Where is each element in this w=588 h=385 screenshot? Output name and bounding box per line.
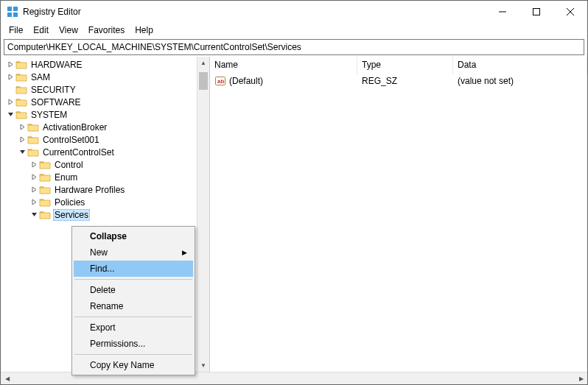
context-separator	[74, 317, 192, 317]
tree-item[interactable]: ActivationBroker	[4, 121, 209, 133]
registry-tree[interactable]: HARDWARESAMSECURITYSOFTWARESYSTEMActivat…	[1, 57, 209, 222]
menu-favorites[interactable]: Favorites	[83, 24, 130, 37]
tree-item[interactable]: SOFTWARE	[4, 96, 209, 108]
tree-item-label: SYSTEM	[29, 110, 69, 120]
context-export[interactable]: Export	[74, 319, 193, 336]
expand-toggle-icon[interactable]	[5, 97, 15, 107]
folder-icon	[15, 110, 27, 120]
folder-icon	[15, 72, 27, 82]
folder-icon	[15, 60, 27, 70]
context-separator	[74, 354, 192, 355]
folder-icon	[27, 147, 39, 158]
tree-item[interactable]: HARDWARE	[4, 58, 209, 71]
content-area: HARDWARESAMSECURITYSOFTWARESYSTEMActivat…	[1, 57, 587, 372]
folder-icon	[27, 135, 39, 145]
values-panel: Name Type Data ab (Default)	[210, 57, 587, 372]
value-row[interactable]: ab (Default) REG_SZ (value not set)	[210, 74, 587, 88]
values-header: Name Type Data	[210, 57, 587, 74]
app-icon	[7, 6, 18, 18]
collapse-toggle-icon[interactable]	[5, 110, 15, 120]
maximize-button[interactable]	[519, 1, 553, 23]
folder-icon	[39, 210, 51, 220]
context-delete[interactable]: Delete	[74, 282, 193, 298]
tree-item[interactable]: SECURITY	[4, 83, 209, 96]
menu-edit[interactable]: Edit	[28, 24, 54, 37]
values-list[interactable]: ab (Default) REG_SZ (value not set)	[210, 74, 587, 372]
context-rename[interactable]: Rename	[74, 298, 193, 314]
value-type: REG_SZ	[357, 76, 453, 86]
tree-item-label: Services	[53, 209, 90, 221]
tree-item[interactable]: SAM	[4, 71, 209, 83]
context-menu: Collapse New ▶ Find... Delete Rename Exp…	[71, 226, 195, 375]
close-button[interactable]	[553, 1, 587, 23]
folder-icon	[27, 122, 39, 133]
collapse-toggle-icon[interactable]	[29, 210, 39, 220]
context-collapse[interactable]: Collapse	[74, 228, 193, 244]
window-controls	[486, 1, 587, 23]
svg-rect-5	[533, 9, 540, 15]
expand-toggle-icon[interactable]	[29, 197, 39, 208]
tree-item-label: SOFTWARE	[29, 97, 83, 107]
column-header-name[interactable]: Name	[210, 57, 357, 74]
scroll-down-arrow[interactable]: ▼	[197, 359, 209, 372]
scroll-thumb[interactable]	[199, 72, 208, 90]
menu-file[interactable]: File	[4, 24, 28, 37]
tree-item-label: Enum	[53, 172, 79, 183]
context-permissions[interactable]: Permissions...	[74, 336, 193, 352]
svg-rect-3	[13, 13, 18, 17]
folder-icon	[39, 197, 51, 208]
tree-item[interactable]: SYSTEM	[4, 108, 209, 121]
tree-item-label: Hardware Profiles	[53, 185, 126, 195]
titlebar: Registry Editor	[1, 1, 587, 23]
folder-icon	[15, 97, 27, 107]
tree-item[interactable]: Control	[4, 158, 209, 171]
tree-item[interactable]: Policies	[4, 196, 209, 208]
expand-toggle-icon[interactable]	[29, 185, 39, 195]
tree-item-label: HARDWARE	[29, 60, 84, 70]
tree-item[interactable]: CurrentControlSet	[4, 146, 209, 158]
value-data: (value not set)	[453, 76, 587, 86]
menu-view[interactable]: View	[54, 24, 83, 37]
tree-item[interactable]: Enum	[4, 171, 209, 183]
expand-toggle-icon[interactable]	[29, 160, 39, 170]
tree-item-label: CurrentControlSet	[41, 147, 116, 158]
svg-rect-2	[7, 13, 12, 17]
address-bar[interactable]: Computer\HKEY_LOCAL_MACHINE\SYSTEM\Curre…	[4, 39, 584, 55]
context-find[interactable]: Find...	[74, 261, 193, 277]
folder-icon	[39, 185, 51, 195]
registry-editor-window: Registry Editor File Edit View Favorites…	[0, 0, 588, 385]
submenu-arrow-icon: ▶	[182, 249, 187, 256]
expand-toggle-icon[interactable]	[17, 122, 27, 133]
minimize-button[interactable]	[486, 1, 519, 23]
tree-vertical-scrollbar[interactable]: ▲ ▼	[197, 57, 209, 372]
context-new[interactable]: New ▶	[74, 244, 193, 261]
folder-icon	[39, 172, 51, 183]
string-value-icon: ab	[214, 75, 226, 87]
tree-item-label: ActivationBroker	[41, 122, 108, 133]
tree-item[interactable]: ControlSet001	[4, 133, 209, 146]
svg-rect-1	[13, 7, 18, 11]
tree-item-label: SECURITY	[29, 85, 77, 95]
expand-toggle-icon[interactable]	[29, 172, 39, 183]
folder-icon	[39, 160, 51, 170]
context-copy-key-name[interactable]: Copy Key Name	[74, 357, 193, 373]
scroll-up-arrow[interactable]: ▲	[197, 57, 209, 69]
tree-item-label: Policies	[53, 197, 86, 208]
window-title: Registry Editor	[23, 7, 486, 17]
column-header-type[interactable]: Type	[357, 57, 453, 74]
value-name: (Default)	[229, 76, 263, 86]
column-header-data[interactable]: Data	[453, 57, 587, 74]
svg-text:ab: ab	[217, 78, 224, 85]
tree-item-label: Control	[53, 160, 85, 170]
expand-toggle-icon[interactable]	[17, 135, 27, 145]
tree-item[interactable]: Services	[4, 208, 209, 221]
expand-toggle-icon[interactable]	[5, 72, 15, 82]
collapse-toggle-icon[interactable]	[17, 147, 27, 158]
menu-help[interactable]: Help	[130, 24, 158, 37]
folder-icon	[15, 85, 27, 95]
scroll-right-arrow[interactable]: ▶	[575, 372, 587, 384]
expand-toggle-icon[interactable]	[5, 60, 15, 70]
tree-item-label: SAM	[29, 72, 52, 82]
scroll-left-arrow[interactable]: ◀	[1, 372, 13, 384]
tree-item[interactable]: Hardware Profiles	[4, 183, 209, 196]
